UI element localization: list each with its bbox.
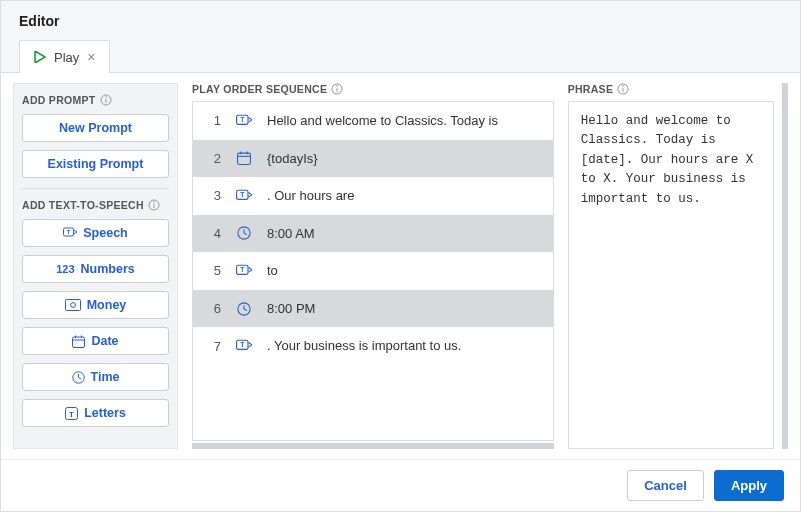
- sequence-text: 8:00 PM: [267, 300, 541, 318]
- svg-point-42: [622, 85, 624, 87]
- speech-icon: T: [235, 264, 253, 278]
- add-prompt-heading: ADD PROMPT: [22, 94, 169, 106]
- svg-text:T: T: [240, 191, 245, 198]
- page-title: Editor: [19, 13, 782, 29]
- calendar-icon: [72, 335, 85, 348]
- svg-text:T: T: [69, 409, 74, 418]
- speech-icon: T: [235, 114, 253, 128]
- sequence-panel: PLAY ORDER SEQUENCE 1THello and welcome …: [192, 83, 554, 449]
- sequence-row[interactable]: 7T. Your business is important to us.: [193, 327, 553, 365]
- time-icon: [235, 302, 253, 316]
- main-area: PLAY ORDER SEQUENCE 1THello and welcome …: [192, 83, 788, 449]
- svg-line-37: [244, 309, 247, 311]
- tab-play[interactable]: Play ×: [19, 40, 110, 73]
- add-tts-heading: ADD TEXT-TO-SPEECH: [22, 199, 169, 211]
- sequence-index: 4: [205, 226, 221, 241]
- svg-text:T: T: [240, 341, 245, 348]
- phrase-heading: PHRASE: [568, 83, 782, 95]
- sequence-index: 6: [205, 301, 221, 316]
- tab-bar: Play ×: [19, 39, 782, 72]
- letters-icon: T: [65, 407, 78, 420]
- sequence-text: 8:00 AM: [267, 225, 541, 243]
- info-icon: [331, 83, 343, 95]
- info-icon: [617, 83, 629, 95]
- clock-icon: [72, 371, 85, 384]
- speech-icon: T: [235, 189, 253, 203]
- time-icon: [235, 226, 253, 240]
- svg-point-2: [105, 96, 107, 98]
- date-icon: [235, 151, 253, 165]
- money-icon: [65, 299, 81, 311]
- editor-body: ADD PROMPT New Prompt Existing Prompt AD…: [1, 73, 800, 459]
- sequence-text: . Your business is important to us.: [267, 337, 541, 355]
- sequence-index: 5: [205, 263, 221, 278]
- numbers-icon: 123: [56, 263, 74, 275]
- money-button[interactable]: Money: [22, 291, 169, 319]
- existing-prompt-button[interactable]: Existing Prompt: [22, 150, 169, 178]
- sequence-row[interactable]: 1THello and welcome to Classics. Today i…: [193, 102, 553, 140]
- numbers-button[interactable]: 123 Numbers: [22, 255, 169, 283]
- info-icon: [100, 94, 112, 106]
- svg-line-16: [78, 377, 81, 379]
- svg-point-21: [336, 85, 338, 87]
- sequence-index: 3: [205, 188, 221, 203]
- phrase-panel: PHRASE: [568, 83, 788, 449]
- svg-rect-24: [238, 153, 251, 164]
- sequence-row[interactable]: 48:00 AM: [193, 215, 553, 253]
- info-icon: [148, 199, 160, 211]
- sequence-row[interactable]: 5Tto: [193, 252, 553, 290]
- sidebar: ADD PROMPT New Prompt Existing Prompt AD…: [13, 83, 178, 449]
- time-button[interactable]: Time: [22, 363, 169, 391]
- sequence-heading: PLAY ORDER SEQUENCE: [192, 83, 554, 95]
- sequence-index: 2: [205, 151, 221, 166]
- speech-button[interactable]: T Speech: [22, 219, 169, 247]
- speech-icon: T: [63, 227, 77, 239]
- cancel-button[interactable]: Cancel: [627, 470, 704, 501]
- sequence-index: 1: [205, 113, 221, 128]
- sequence-row[interactable]: 68:00 PM: [193, 290, 553, 328]
- sequence-text: . Our hours are: [267, 187, 541, 205]
- sequence-text: to: [267, 262, 541, 280]
- sequence-text: {todayIs}: [267, 150, 541, 168]
- sequence-index: 7: [205, 339, 221, 354]
- new-prompt-button[interactable]: New Prompt: [22, 114, 169, 142]
- svg-text:T: T: [240, 116, 245, 123]
- editor-window: Editor Play × ADD PROMPT New Prompt Exis…: [0, 0, 801, 512]
- svg-point-5: [153, 201, 155, 203]
- svg-text:T: T: [67, 229, 71, 235]
- svg-line-32: [244, 233, 247, 235]
- footer: Cancel Apply: [1, 459, 800, 511]
- date-button[interactable]: Date: [22, 327, 169, 355]
- speech-icon: T: [235, 339, 253, 353]
- svg-rect-10: [73, 337, 85, 348]
- horizontal-scrollbar[interactable]: [192, 443, 554, 449]
- svg-rect-8: [65, 300, 80, 311]
- divider: [22, 188, 169, 189]
- tab-label: Play: [54, 50, 79, 65]
- play-icon: [34, 51, 46, 63]
- close-icon[interactable]: ×: [87, 49, 95, 65]
- sequence-row[interactable]: 3T. Our hours are: [193, 177, 553, 215]
- apply-button[interactable]: Apply: [714, 470, 784, 501]
- phrase-textarea[interactable]: [568, 101, 774, 449]
- sequence-row[interactable]: 2{todayIs}: [193, 140, 553, 178]
- svg-text:T: T: [240, 266, 245, 273]
- letters-button[interactable]: T Letters: [22, 399, 169, 427]
- sequence-list: 1THello and welcome to Classics. Today i…: [192, 101, 554, 441]
- sequence-text: Hello and welcome to Classics. Today is: [267, 112, 541, 130]
- svg-point-9: [70, 303, 75, 308]
- header: Editor Play ×: [1, 1, 800, 73]
